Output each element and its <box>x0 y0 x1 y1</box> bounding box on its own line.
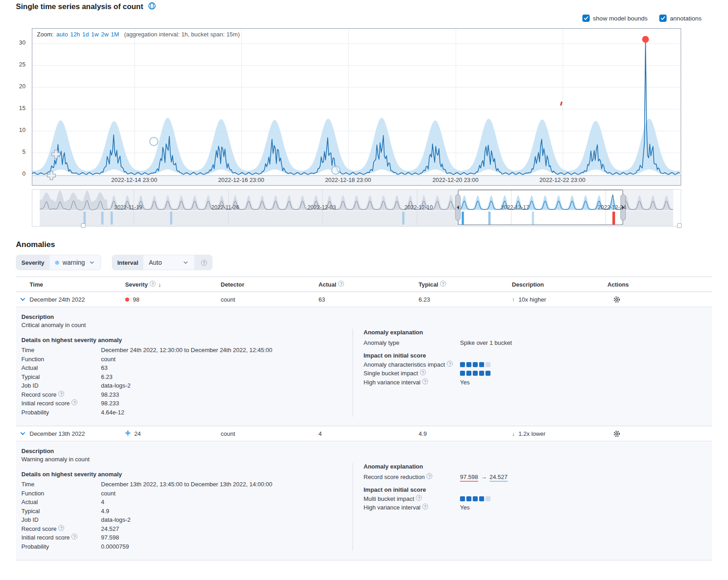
interval-filter-select[interactable]: Auto <box>143 255 194 270</box>
warning-dot-icon <box>55 261 59 265</box>
detail-field-row: Job IDdata-logs-2 <box>21 515 353 525</box>
high-variance-label: High variance interval? <box>364 378 460 387</box>
detail-field-value: count <box>101 355 116 364</box>
annotation-circle-icon[interactable] <box>332 166 340 174</box>
brush-handle-right[interactable] <box>621 195 626 221</box>
impact-heading: Impact on initial score <box>364 486 712 493</box>
interval-help-icon[interactable]: ? <box>194 255 212 270</box>
timeseries-section: Single time series analysis of count sho… <box>0 0 728 237</box>
collapse-row-button[interactable] <box>20 430 30 437</box>
actions-gear-icon[interactable] <box>613 296 712 303</box>
chevron-down-icon <box>182 259 189 266</box>
explanation-heading: Anomaly explanation <box>364 463 712 470</box>
brush-handle-left[interactable] <box>455 195 460 221</box>
details-heading: Details on highest severity anomaly <box>21 471 353 478</box>
swimlane-anomaly-bar[interactable] <box>532 212 534 224</box>
annotations-checkbox[interactable]: annotations <box>659 15 702 22</box>
swimlane-anomaly-bar[interactable] <box>111 212 113 224</box>
annotation-dash-icon[interactable] <box>560 101 562 106</box>
detail-field-value: count <box>101 489 116 498</box>
focus-chart[interactable]: Zoom: auto12h1d1w2w1M (aggregation inter… <box>32 28 681 186</box>
cell-time: December 24th 2022 <box>30 296 125 303</box>
focus-chart-svg[interactable] <box>32 29 681 185</box>
swimlane-anomaly-bar[interactable] <box>170 212 172 224</box>
impact-squares <box>460 371 490 376</box>
header-actions: Actions <box>607 281 712 288</box>
zoom-link-12h[interactable]: 12h <box>70 31 80 38</box>
detail-field-value: 4.9 <box>101 507 109 516</box>
severity-filter[interactable]: Severity warning <box>16 255 101 270</box>
y-axis-tick: 0 <box>10 170 25 177</box>
table-row[interactable]: December 24th 2022 98 count 63 6.23 ↑10x… <box>16 292 712 307</box>
zoom-link-auto[interactable]: auto <box>56 31 68 38</box>
header-actual[interactable]: Actual? <box>318 281 419 288</box>
y-axis-tick: 20 <box>10 83 25 90</box>
severity-filter-label: Severity <box>16 255 50 270</box>
swimlane-anomaly-bar[interactable] <box>488 212 490 224</box>
swimlane-critical-bar[interactable] <box>612 212 615 224</box>
header-severity[interactable]: Severity?↓ <box>125 281 221 288</box>
zoom-link-1w[interactable]: 1w <box>91 31 99 38</box>
detail-field-row: Job IDdata-logs-2 <box>21 381 353 390</box>
detail-field-label: Probability <box>21 542 101 551</box>
header-typical[interactable]: Typical? <box>419 281 512 288</box>
checkbox-checked-icon <box>582 15 590 22</box>
detail-field-value: December 13th 2022, 13:45:00 to December… <box>101 480 273 489</box>
description-heading: Description <box>21 448 353 454</box>
zoom-link-1M[interactable]: 1M <box>111 31 119 38</box>
final-score: 24.527 <box>490 474 508 482</box>
annotation-circle-icon[interactable] <box>150 137 158 146</box>
zoom-link-1d[interactable]: 1d <box>82 31 89 38</box>
y-axis-tick: 25 <box>10 61 25 68</box>
help-icon: ? <box>71 399 77 405</box>
detail-field-value: 4 <box>101 498 104 507</box>
detail-field-row: Typical4.9 <box>21 507 353 516</box>
help-icon: ? <box>422 378 428 384</box>
swimlane-anomaly-bar[interactable] <box>402 212 404 224</box>
header-description[interactable]: Description <box>512 281 607 288</box>
detail-field-row: Initial record score?98.233 <box>21 399 353 408</box>
cell-description: ↑10x higher <box>512 296 607 303</box>
high-variance-value: Yes <box>460 503 470 512</box>
help-icon: ? <box>58 391 64 397</box>
detail-field-label: Typical <box>21 373 101 382</box>
help-icon: ? <box>420 369 426 375</box>
detail-field-value: data-logs-2 <box>101 381 131 390</box>
swimlane-anomaly-bar[interactable] <box>84 212 86 224</box>
zoom-link-2w[interactable]: 2w <box>101 31 109 38</box>
detail-field-value: 0.0000759 <box>101 542 129 551</box>
help-icon: ? <box>416 495 422 501</box>
actions-gear-icon[interactable] <box>613 430 712 438</box>
x-axis-tick: 2022-12-16 23:00 <box>212 177 271 183</box>
collapse-row-button[interactable] <box>20 296 30 303</box>
score-reduction-label: Record score reduction? <box>364 473 460 482</box>
header-detector[interactable]: Detector <box>221 281 318 288</box>
context-chart[interactable] <box>32 189 681 227</box>
anomalies-section: Anomalies Severity warning Interval Auto… <box>16 240 712 560</box>
anomaly-markers[interactable] <box>47 36 649 180</box>
detail-field-label: Time <box>21 480 101 489</box>
model-bounds-band <box>32 118 680 174</box>
zoom-label: Zoom: <box>37 31 54 38</box>
help-icon: ? <box>426 473 432 479</box>
impact-label: Multi bucket impact? <box>364 494 460 504</box>
interval-filter[interactable]: Interval Auto ? <box>112 255 212 270</box>
detail-field-label: Actual <box>21 363 101 373</box>
swimlane-anomaly-bar[interactable] <box>101 212 104 224</box>
header-time[interactable]: Time <box>30 281 125 288</box>
detail-field-value: December 24th 2022, 12:30:00 to December… <box>101 346 273 355</box>
table-row[interactable]: December 13th 2022 24 count 4 4.9 ↓1.2x … <box>16 426 712 441</box>
detail-field-row: TimeDecember 24th 2022, 12:30:00 to Dece… <box>21 346 353 355</box>
impact-row: Anomaly characteristics impact? <box>364 360 712 369</box>
detail-field-row: Initial record score?97.598 <box>21 533 353 542</box>
show-model-bounds-checkbox[interactable]: show model bounds <box>582 15 647 22</box>
detail-field-value: 4.64e-12 <box>101 408 124 417</box>
severity-filter-select[interactable]: warning <box>50 255 101 270</box>
cell-severity: 24 <box>134 430 141 437</box>
resize-grip-right[interactable] <box>677 223 682 228</box>
detail-field-label: Actual <box>21 498 101 507</box>
swimlane-anomaly-bar[interactable] <box>462 212 464 224</box>
resize-grip-left[interactable] <box>81 223 86 228</box>
critical-anomaly-dot[interactable] <box>642 36 649 43</box>
cell-detector: count <box>221 296 318 303</box>
